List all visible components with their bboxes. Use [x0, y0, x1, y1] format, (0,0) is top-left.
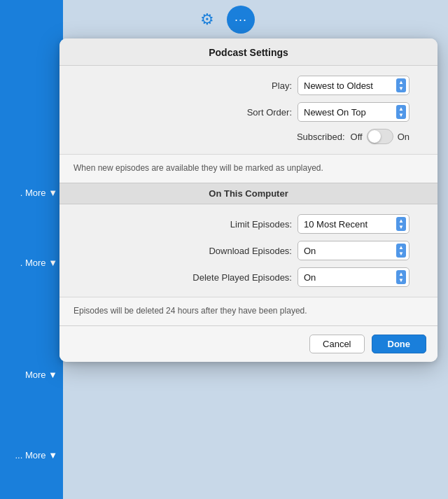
sort-label: Sort Order: — [247, 107, 292, 118]
gear-icon: ⚙ — [200, 10, 214, 29]
button-row: Cancel Done — [59, 325, 438, 362]
play-label: Play: — [272, 80, 292, 91]
play-select[interactable]: Newest to Oldest ▲ ▼ — [298, 76, 410, 95]
section2-header: On This Computer — [59, 183, 438, 204]
download-select[interactable]: On ▲ ▼ — [298, 241, 410, 260]
gear-button[interactable]: ⚙ — [193, 6, 221, 34]
sort-select[interactable]: Newest On Top ▲ ▼ — [298, 102, 410, 122]
spinner-down: ▼ — [398, 85, 404, 92]
section-general: Play: Newest to Oldest ▲ ▼ Sort Order: N… — [59, 66, 438, 154]
sort-select-value: Newest On Top — [304, 107, 366, 118]
sidebar-item-4[interactable]: More ▼ — [0, 360, 63, 388]
info-text-1: When new episodes are available they wil… — [59, 154, 438, 183]
subscribed-off-label: Off — [351, 132, 363, 142]
limit-select[interactable]: 10 Most Recent ▲ ▼ — [298, 214, 410, 234]
limit-row: Limit Episodes: 10 Most Recent ▲ ▼ — [74, 214, 424, 234]
sidebar-item-label: More ▼ — [25, 370, 57, 380]
delete-select[interactable]: On ▲ ▼ — [298, 267, 410, 287]
sort-row: Sort Order: Newest On Top ▲ ▼ — [74, 102, 424, 122]
more-icon: ··· — [234, 13, 247, 27]
download-row: Download Episodes: On ▲ ▼ — [74, 241, 424, 260]
sort-spinner[interactable]: ▲ ▼ — [396, 105, 406, 119]
spinner-down: ▼ — [398, 224, 404, 230]
subscribed-label: Subscribed: — [297, 132, 345, 142]
spinner-up: ▲ — [398, 106, 404, 112]
sidebar-item-5[interactable]: ... More ▼ — [0, 441, 63, 469]
download-spinner[interactable]: ▲ ▼ — [396, 244, 406, 258]
subscribed-toggle[interactable] — [367, 129, 393, 144]
sidebar-item-1[interactable]: . More ▼ — [0, 178, 63, 206]
sidebar-item-label: . More ▼ — [20, 188, 57, 198]
delete-label: Delete Played Episodes: — [192, 272, 292, 283]
done-button[interactable]: Done — [372, 335, 427, 353]
play-row: Play: Newest to Oldest ▲ ▼ — [74, 76, 424, 95]
podcast-settings-dialog: Podcast Settings Play: Newest to Oldest … — [59, 38, 438, 362]
spinner-up: ▲ — [398, 244, 404, 251]
subscribed-row: Subscribed: Off On — [74, 129, 424, 144]
sidebar-item-label: ... More ▼ — [15, 450, 57, 461]
section-computer: Limit Episodes: 10 Most Recent ▲ ▼ Downl… — [59, 204, 438, 297]
more-button[interactable]: ··· — [227, 6, 255, 34]
dialog-title: Podcast Settings — [59, 38, 438, 66]
info-text-2: Episodes will be deleted 24 hours after … — [59, 297, 438, 325]
delete-row: Delete Played Episodes: On ▲ ▼ — [74, 267, 424, 287]
subscribed-toggle-container: Off On — [351, 129, 410, 144]
limit-select-value: 10 Most Recent — [304, 219, 368, 230]
play-spinner[interactable]: ▲ ▼ — [396, 78, 406, 92]
sidebar-item-label: . More ▼ — [20, 258, 57, 268]
limit-spinner[interactable]: ▲ ▼ — [396, 217, 406, 231]
delete-spinner[interactable]: ▲ ▼ — [396, 270, 406, 284]
spinner-up: ▲ — [398, 79, 404, 85]
play-select-value: Newest to Oldest — [304, 80, 373, 91]
toolbar: ⚙ ··· — [193, 6, 255, 34]
subscribed-on-label: On — [398, 132, 410, 142]
spinner-down: ▼ — [398, 251, 404, 257]
sidebar-item-3[interactable]: . More ▼ — [0, 248, 63, 276]
spinner-up: ▲ — [398, 271, 404, 277]
cancel-button[interactable]: Cancel — [309, 335, 364, 353]
limit-label: Limit Episodes: — [230, 219, 292, 230]
download-select-value: On — [304, 246, 316, 256]
spinner-down: ▼ — [398, 277, 404, 283]
delete-select-value: On — [304, 272, 316, 283]
spinner-down: ▼ — [398, 112, 404, 118]
toggle-thumb — [368, 130, 381, 143]
spinner-up: ▲ — [398, 218, 404, 224]
download-label: Download Episodes: — [209, 246, 292, 256]
